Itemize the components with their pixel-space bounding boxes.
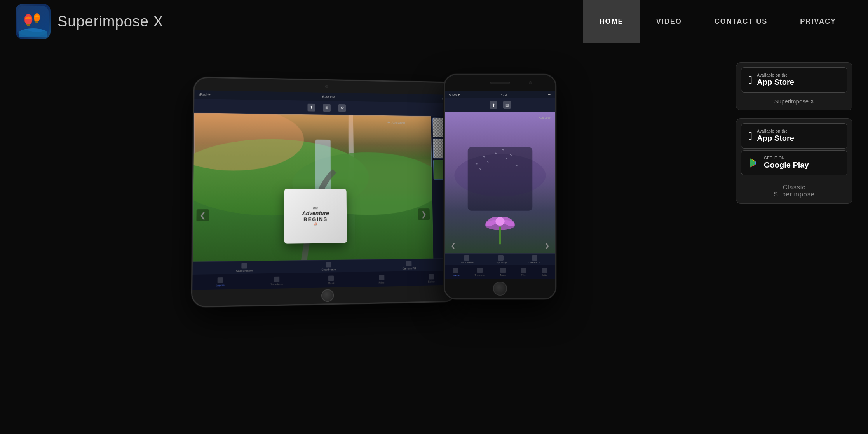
- phone-tool-cast-shadow[interactable]: Cast Shadow: [460, 255, 474, 264]
- phone-editor-icon: [542, 268, 547, 273]
- phone-bottom-bar: [445, 279, 555, 298]
- phone-tool-camera[interactable]: Camera Fill: [529, 255, 541, 264]
- phone-status-bar: Arrow ▶ 4:42 ▪▪▪: [445, 91, 555, 98]
- nav-video[interactable]: VIDEO: [640, 0, 698, 43]
- crop-icon: [326, 262, 331, 267]
- classic-card:  Available on the App Store GET IT ON G…: [736, 118, 852, 204]
- tab-layers[interactable]: Layers: [216, 277, 224, 286]
- svg-text:∿: ∿: [506, 157, 509, 160]
- app-store-button-classic[interactable]:  Available on the App Store: [741, 123, 847, 149]
- phone-tab-filter[interactable]: Filter: [521, 268, 526, 276]
- google-play-icon: [748, 158, 759, 168]
- phone-next-arrow[interactable]: ❯: [544, 242, 549, 249]
- phone-transform-label: Transform: [474, 274, 485, 276]
- phone-time: 4:42: [501, 93, 507, 96]
- tab-editor[interactable]: Editor: [428, 274, 435, 283]
- add-layer-btn[interactable]: + Add Layer: [387, 119, 405, 126]
- svg-rect-4: [27, 24, 30, 26]
- phone-layers-icon: [453, 268, 458, 273]
- layers-tab-label: Layers: [216, 284, 224, 287]
- phone-camera-fill-label: Camera Fill: [529, 261, 541, 264]
- tablet-time: 6:38 PM: [322, 95, 335, 99]
- app-store-button-x[interactable]:  Available on the App Store: [741, 67, 847, 93]
- svg-rect-8: [35, 21, 38, 23]
- camera-icon: [406, 261, 412, 266]
- tab-transform[interactable]: Transform: [270, 276, 283, 285]
- grid-icon: ⊞: [323, 104, 331, 112]
- phone-camera: [529, 81, 532, 84]
- nav-privacy[interactable]: PRIVACY: [784, 0, 852, 43]
- mug-image: the Adventure BEGINS ⛵: [284, 189, 347, 244]
- nav-links: HOME VIDEO CONTACT US PRIVACY: [583, 0, 852, 43]
- available-text-x: Available on the: [757, 73, 794, 77]
- canvas-main: the Adventure BEGINS ⛵ +: [193, 113, 433, 262]
- phone-crop-icon: [498, 255, 504, 261]
- mask-tab-label: Mask: [328, 282, 335, 284]
- phone-camera-icon: [532, 255, 537, 261]
- svg-text:∿: ∿: [487, 160, 490, 164]
- phone-tab-layers[interactable]: Layers: [452, 268, 459, 276]
- tab-mask[interactable]: Mask: [328, 275, 335, 285]
- phone-home-button[interactable]: [493, 282, 507, 296]
- apple-icon-classic: : [748, 130, 752, 142]
- tablet-home-button[interactable]: [321, 289, 334, 302]
- google-play-button[interactable]: GET IT ON Google Play: [741, 150, 847, 175]
- phone-tab-editor[interactable]: Editor: [542, 268, 548, 276]
- phone-cast-shadow-label: Cast Shadow: [460, 261, 474, 264]
- store-text-classic: Available on the App Store: [757, 129, 794, 143]
- phone-bottom-area: Cast Shadow Crop Image Camera Fill: [445, 253, 555, 279]
- phone-tab-transform[interactable]: Transform: [474, 268, 485, 276]
- classic-label-line1: Classic: [783, 184, 806, 191]
- available-text-classic: Available on the: [757, 129, 794, 133]
- svg-marker-36: [755, 161, 757, 165]
- phone-tool-crop[interactable]: Crop Image: [495, 255, 507, 264]
- classic-label-line2: Superimpose: [774, 191, 814, 198]
- tool-camera-fill[interactable]: Camera Fill: [402, 261, 416, 270]
- brand-title: Superimpose X: [58, 13, 164, 30]
- phone-wrapper: Arrow ▶ 4:42 ▪▪▪ ⬆ ⊞: [444, 74, 556, 299]
- phone-app-ui: Arrow ▶ 4:42 ▪▪▪ ⬆ ⊞: [445, 91, 555, 279]
- phone-mask-label: Mask: [500, 274, 506, 276]
- tablet-camera: [325, 85, 328, 88]
- tablet-app-ui: iPad ✈ 6:38 PM 95% ⬆ ⊞ ⚙: [192, 90, 456, 290]
- tool-cast-shadow[interactable]: Cast Shadow: [236, 263, 253, 272]
- app-store-name-classic: App Store: [757, 133, 794, 143]
- phone-editor-label: Editor: [542, 274, 548, 276]
- brand: Superimpose X: [16, 4, 583, 39]
- svg-text:∿: ∿: [515, 164, 518, 167]
- tab-filter[interactable]: Filter: [378, 275, 385, 284]
- tablet-status-left: iPad ✈: [199, 93, 211, 97]
- navigation: Superimpose X HOME VIDEO CONTACT US PRIV…: [0, 0, 868, 43]
- phone-prev-arrow[interactable]: ❮: [451, 242, 456, 249]
- mug-text: BEGINS: [302, 216, 329, 222]
- transform-tab-label: Transform: [270, 283, 283, 286]
- svg-text:∿: ∿: [479, 167, 482, 171]
- phone-tab-mask[interactable]: Mask: [500, 268, 506, 276]
- phone-filter-label: Filter: [521, 274, 526, 276]
- phone-cast-shadow-icon: [464, 255, 469, 261]
- phone-canvas-area: ∿ ∿ ∿ ∿ ∿ ∿ ∿ ∿ ∿: [445, 112, 555, 253]
- phone-filter-icon: [521, 268, 526, 273]
- svg-text:∿: ∿: [475, 162, 478, 166]
- phone-add-layer-label: Add Layer: [539, 116, 551, 119]
- get-it-on-text: GET IT ON: [764, 156, 809, 160]
- phone-layers-label: Layers: [452, 274, 459, 276]
- main-content: iPad ✈ 6:38 PM 95% ⬆ ⊞ ⚙: [0, 43, 868, 346]
- phone-screen: Arrow ▶ 4:42 ▪▪▪ ⬆ ⊞: [445, 91, 555, 279]
- tablet-device: iPad ✈ 6:38 PM 95% ⬆ ⊞ ⚙: [191, 77, 458, 308]
- store-section:  Available on the App Store Superimpose…: [736, 51, 852, 204]
- svg-text:∿: ∿: [494, 151, 497, 155]
- filter-tab-label: Filter: [379, 281, 385, 284]
- tool-crop[interactable]: Crop Image: [321, 262, 336, 271]
- layers-icon: [217, 277, 223, 283]
- filter-icon: [379, 275, 384, 280]
- svg-text:∿: ∿: [483, 155, 486, 159]
- nav-contact[interactable]: CONTACT US: [698, 0, 784, 43]
- phone-transform-icon: [477, 268, 483, 273]
- nav-home[interactable]: HOME: [583, 0, 640, 43]
- tablet-bottom-area: Cast Shadow Crop Image Camera Fill: [192, 258, 456, 290]
- app-store-name-x: App Store: [757, 77, 794, 87]
- phone-add-layer[interactable]: + Add Layer: [535, 115, 551, 120]
- canvas-image: the Adventure BEGINS ⛵ +: [193, 113, 433, 262]
- share-icon: ⬆: [307, 103, 315, 111]
